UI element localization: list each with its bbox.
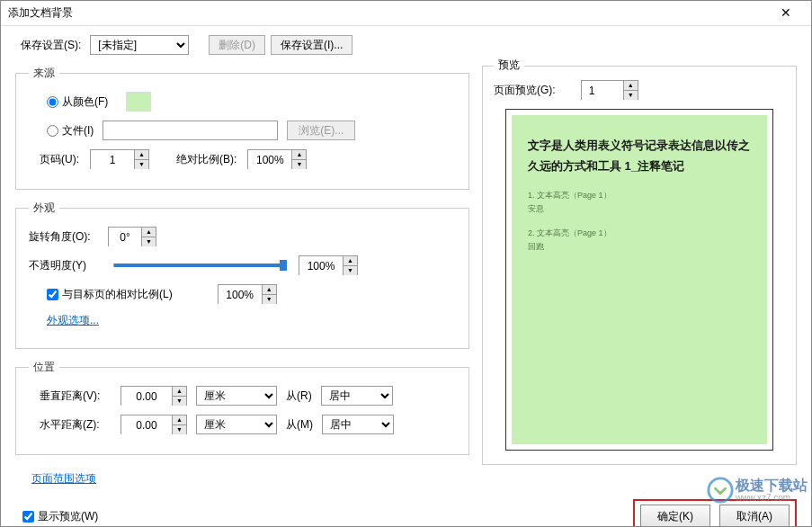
- save-settings-label: 保存设置(S):: [21, 38, 81, 53]
- opacity-value-input[interactable]: ▲▼: [299, 255, 358, 275]
- highlight-box: 确定(K) 取消(A): [633, 499, 797, 527]
- position-fieldset: 位置 垂直距离(V): ▲▼ 厘米 从(R) 居中 水平距离(Z): ▲▼: [15, 360, 469, 455]
- show-preview-checkbox[interactable]: 显示预览(W): [22, 509, 98, 524]
- close-icon[interactable]: ✕: [768, 4, 804, 22]
- delete-button: 删除(D): [209, 35, 265, 55]
- appearance-legend: 外观: [29, 201, 59, 216]
- hdist-from-label: 从(M): [286, 417, 313, 433]
- chevron-up-icon: ▲: [135, 150, 148, 160]
- vdist-label: 垂直距离(V):: [40, 389, 112, 404]
- opacity-slider[interactable]: [113, 264, 284, 267]
- preview-legend: 预览: [494, 58, 524, 73]
- abs-scale-input[interactable]: ▲▼: [247, 149, 307, 169]
- preview-item-2-sub: 回跑: [528, 241, 751, 253]
- ok-button[interactable]: 确定(K): [640, 505, 710, 527]
- vdist-unit-select[interactable]: 厘米: [196, 386, 277, 406]
- preview-item-2: 2. 文本高亮（Page 1）: [528, 228, 751, 239]
- page-preview-input[interactable]: ▲▼: [581, 80, 638, 100]
- browse-button: 浏览(E)...: [287, 121, 355, 140]
- appearance-options-link[interactable]: 外观选项...: [47, 313, 99, 328]
- abs-scale-label: 绝对比例(B):: [176, 152, 236, 167]
- preview-page: 文字是人类用表义符号记录表达信息以传之久远的方式和工具 1_注释笔记 1. 文本…: [505, 109, 773, 451]
- vdist-from-select[interactable]: 居中: [321, 386, 393, 406]
- relative-scale-input[interactable]: ▲▼: [218, 284, 277, 304]
- cancel-button[interactable]: 取消(A): [719, 505, 790, 527]
- page-range-options-link[interactable]: 页面范围选项: [31, 472, 96, 485]
- rotate-input[interactable]: ▲▼: [108, 227, 156, 246]
- save-settings-button[interactable]: 保存设置(I)...: [271, 35, 352, 55]
- page-number-label: 页码(U):: [40, 152, 79, 167]
- vdist-input[interactable]: ▲▼: [120, 386, 187, 406]
- position-legend: 位置: [29, 360, 59, 375]
- hdist-input[interactable]: ▲▼: [120, 415, 187, 434]
- preview-item-1-sub: 安息: [528, 203, 751, 215]
- opacity-label: 不透明度(Y): [29, 258, 99, 273]
- hdist-unit-select[interactable]: 厘米: [196, 415, 277, 434]
- file-radio[interactable]: 文件(I): [47, 123, 94, 138]
- appearance-fieldset: 外观 旋转角度(O): ▲▼ 不透明度(Y) ▲▼: [15, 201, 469, 349]
- hdist-from-select[interactable]: 居中: [322, 415, 394, 434]
- source-fieldset: 来源 从颜色(F) 文件(I) 浏览(E)... 页码(U): ▲▼: [15, 66, 469, 190]
- preview-doc-title: 文字是人类用表义符号记录表达信息以传之久远的方式和工具 1_注释笔记: [528, 135, 751, 177]
- source-legend: 来源: [29, 66, 59, 81]
- relative-scale-checkbox[interactable]: 与目标页的相对比例(L): [47, 287, 173, 302]
- hdist-label: 水平距离(Z):: [40, 417, 112, 433]
- page-number-input[interactable]: ▲▼: [90, 149, 149, 169]
- color-swatch[interactable]: [126, 92, 151, 112]
- from-color-radio[interactable]: 从颜色(F): [47, 94, 108, 110]
- page-preview-label: 页面预览(G):: [494, 83, 556, 98]
- vdist-from-label: 从(R): [286, 389, 312, 404]
- save-settings-select[interactable]: [未指定]: [90, 35, 189, 55]
- preview-item-1: 1. 文本高亮（Page 1）: [528, 190, 751, 201]
- dialog-title: 添加文档背景: [8, 5, 73, 21]
- chevron-down-icon: ▼: [135, 160, 148, 169]
- file-path-input[interactable]: [103, 121, 278, 140]
- rotate-label: 旋转角度(O):: [29, 229, 99, 245]
